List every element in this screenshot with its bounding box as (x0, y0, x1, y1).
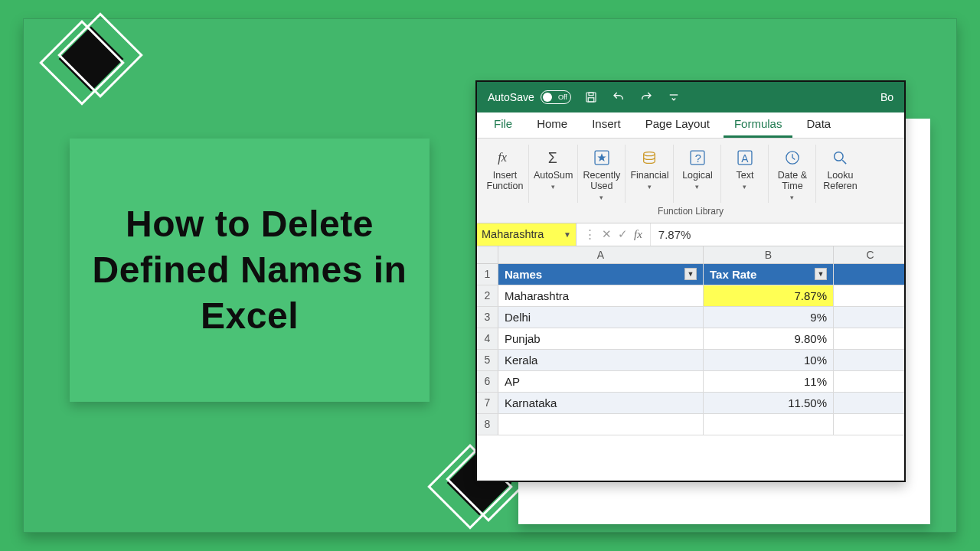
redo-icon[interactable] (639, 90, 654, 105)
autosum-button[interactable]: Σ AutoSum ▾ (529, 145, 578, 203)
lookup-reference-label: LookuReferen (823, 171, 857, 192)
select-all-corner[interactable] (477, 246, 498, 263)
cell-rate[interactable]: 10% (704, 350, 834, 370)
column-headers: A B C (477, 246, 904, 264)
text-label: Text (736, 171, 753, 181)
col-header-c[interactable]: C (834, 246, 906, 263)
chevron-down-icon: ▾ (743, 183, 746, 191)
chevron-down-icon: ▾ (790, 194, 794, 201)
sigma-icon: Σ (542, 146, 565, 169)
row-number[interactable]: 1 (477, 264, 498, 285)
cell-empty[interactable] (834, 414, 906, 435)
chevron-down-icon: ▾ (695, 183, 699, 191)
tab-formulas[interactable]: Formulas (724, 112, 793, 138)
worksheet-grid[interactable]: 1 Names ▼ Tax Rate ▼ 2 Maharashtra 7.87%… (477, 264, 904, 435)
tab-data[interactable]: Data (795, 112, 841, 138)
cell-rate[interactable]: 11% (704, 371, 834, 392)
svg-rect-7 (589, 93, 593, 96)
svg-text:Σ: Σ (547, 149, 557, 166)
cell-name[interactable]: Punjab (498, 328, 704, 349)
cell-c1[interactable] (834, 264, 906, 285)
date-time-button[interactable]: Date &Time ▾ (769, 145, 816, 203)
cell-rate[interactable] (704, 414, 834, 435)
cell-rate[interactable]: 11.50% (704, 393, 834, 413)
row-number[interactable]: 2 (477, 285, 498, 306)
table-row: 5 Kerala 10% (477, 350, 904, 371)
insert-function-button[interactable]: fx InsertFunction (482, 145, 529, 203)
header-rate-label: Tax Rate (710, 268, 756, 281)
ribbon-group-label: Function Library (482, 203, 900, 221)
autosum-label: AutoSum (534, 171, 573, 181)
fx-icon[interactable]: fx (634, 228, 642, 241)
svg-rect-0 (59, 27, 124, 92)
ellipsis-icon[interactable]: ⋮ (584, 227, 596, 241)
tab-file[interactable]: File (483, 112, 523, 138)
cell-name[interactable]: Kerala (498, 350, 704, 370)
enter-icon[interactable]: ✓ (618, 227, 628, 241)
cell-empty[interactable] (834, 371, 906, 392)
autosave-toggle[interactable]: AutoSave Off (488, 90, 571, 104)
logical-button[interactable]: ? Logical ▾ (674, 145, 721, 203)
cell-name[interactable]: Delhi (498, 307, 704, 328)
cell-rate[interactable]: 9% (704, 307, 834, 328)
recently-used-button[interactable]: RecentlyUsed ▾ (578, 145, 626, 203)
undo-icon[interactable] (611, 90, 626, 105)
clock-icon (781, 146, 804, 169)
slide-canvas: How to DeleteDefined Names inExcel AutoS… (23, 18, 957, 533)
coins-icon (638, 146, 661, 169)
cell-rate-highlighted[interactable]: 7.87% (704, 285, 834, 306)
row-number[interactable]: 6 (477, 371, 498, 392)
row-number[interactable]: 7 (477, 393, 498, 413)
cell-empty[interactable] (834, 285, 906, 306)
header-names-label: Names (505, 268, 542, 281)
decoration-diamond-top (45, 13, 137, 105)
svg-point-12 (644, 152, 655, 156)
name-box[interactable]: Maharashtra ▼ (477, 223, 577, 246)
table-row: 8 (477, 414, 904, 435)
col-header-a[interactable]: A (498, 246, 704, 263)
tab-page-layout[interactable]: Page Layout (635, 112, 720, 138)
tab-home[interactable]: Home (526, 112, 578, 138)
chevron-down-icon: ▾ (551, 183, 555, 191)
ribbon-function-library: fx InsertFunction Σ AutoSum ▾ RecentlyUs… (477, 139, 904, 223)
table-row: 4 Punjab 9.80% (477, 328, 904, 350)
filter-icon[interactable]: ▼ (684, 268, 697, 280)
col-header-b[interactable]: B (704, 246, 834, 263)
table-row: 3 Delhi 9% (477, 307, 904, 328)
row-number[interactable]: 4 (477, 328, 498, 349)
filter-icon[interactable]: ▼ (815, 268, 827, 280)
cell-name[interactable]: AP (498, 371, 704, 392)
cell-empty[interactable] (834, 393, 906, 413)
question-icon: ? (686, 146, 709, 169)
cell-name[interactable]: Karnataka (498, 393, 704, 413)
financial-button[interactable]: Financial ▾ (626, 145, 674, 203)
cell-empty[interactable] (834, 307, 906, 328)
cell-name[interactable]: Maharashtra (498, 285, 704, 306)
row-number[interactable]: 8 (477, 414, 498, 435)
svg-rect-8 (588, 98, 594, 102)
search-icon (828, 146, 851, 169)
formula-bar-value: 7.87% (658, 228, 691, 241)
autosave-state: Off (558, 93, 567, 101)
cancel-icon[interactable]: ✕ (602, 227, 612, 241)
cell-empty[interactable] (834, 328, 906, 349)
qat-customize-icon[interactable] (666, 90, 681, 105)
table-row: 6 AP 11% (477, 371, 904, 393)
row-number[interactable]: 3 (477, 307, 498, 328)
workbook-title: Bo (880, 91, 893, 103)
svg-text:A: A (741, 152, 749, 165)
lookup-reference-button[interactable]: LookuReferen (816, 145, 864, 203)
cell-empty[interactable] (834, 350, 906, 370)
cell-rate[interactable]: 9.80% (704, 328, 834, 349)
row-number[interactable]: 5 (477, 350, 498, 370)
slide-title: How to DeleteDefined Names inExcel (93, 201, 407, 339)
tab-insert[interactable]: Insert (581, 112, 632, 138)
save-icon[interactable] (583, 90, 599, 105)
financial-label: Financial (630, 171, 668, 181)
text-button[interactable]: A Text ▾ (721, 145, 769, 203)
header-names[interactable]: Names ▼ (498, 264, 704, 285)
formula-bar-input[interactable]: 7.87% (651, 223, 904, 246)
cell-name[interactable] (498, 414, 704, 435)
header-tax-rate[interactable]: Tax Rate ▼ (704, 264, 834, 285)
toggle-off-icon: Off (541, 90, 571, 104)
